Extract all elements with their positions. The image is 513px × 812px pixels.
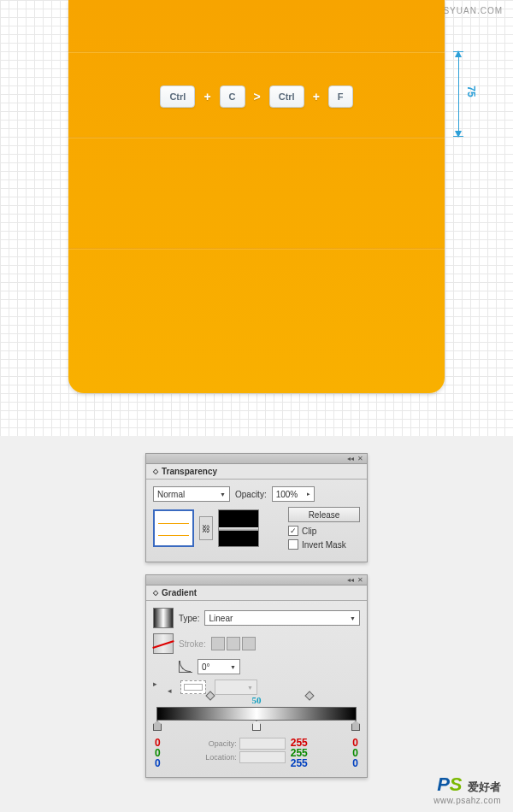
key-ctrl: Ctrl bbox=[160, 85, 195, 108]
reverse-gradient-icon[interactable] bbox=[153, 681, 172, 693]
blend-mode-select[interactable]: Normal▼ bbox=[153, 486, 230, 502]
panel-title: Transparency bbox=[162, 467, 217, 476]
color-stop-mid[interactable] bbox=[252, 721, 261, 731]
clip-label: Clip bbox=[302, 527, 316, 536]
gradient-panel: ◂◂ ✕ ◇ Gradient Type: Linear▼ Stroke: bbox=[145, 574, 368, 778]
panel-titlebar: ◂◂ ✕ bbox=[146, 575, 367, 585]
stroke-btn-1[interactable] bbox=[211, 637, 225, 650]
shortcut-row: Ctrl + C > Ctrl + F bbox=[68, 85, 445, 108]
key-ctrl: Ctrl bbox=[269, 85, 304, 108]
stop-opacity-input[interactable] bbox=[239, 738, 286, 750]
divider-line bbox=[68, 51, 445, 53]
key-c: C bbox=[220, 85, 245, 108]
gradient-ramp[interactable] bbox=[156, 707, 357, 721]
aspect-ratio-icon bbox=[180, 680, 206, 694]
opacity-label: Opacity: bbox=[235, 490, 267, 499]
stroke-btn-2[interactable] bbox=[227, 637, 240, 650]
artwork-thumb[interactable] bbox=[153, 509, 194, 547]
opacity-input[interactable]: 100%▸ bbox=[272, 486, 315, 502]
stroke-btn-3[interactable] bbox=[242, 637, 256, 650]
type-label: Type: bbox=[179, 614, 199, 623]
stop-location-label: Location: bbox=[205, 753, 237, 762]
stop-location-input[interactable] bbox=[239, 751, 286, 763]
rgb-left: 0 0 0 bbox=[155, 738, 161, 768]
panel-tab[interactable]: ◇ Gradient bbox=[146, 585, 367, 601]
panel-titlebar: ◂◂ ✕ bbox=[146, 454, 367, 464]
dimension-annotation: 75 bbox=[450, 51, 481, 137]
dimension-value: 75 bbox=[465, 85, 477, 97]
panel-tab[interactable]: ◇ Transparency bbox=[146, 464, 367, 480]
gradient-stroke-swatch[interactable] bbox=[153, 633, 174, 654]
collapse-icon[interactable]: ◂◂ bbox=[347, 576, 354, 584]
diamond-icon: ◇ bbox=[153, 468, 158, 475]
ps-watermark: PS 爱好者 www.psahz.com bbox=[433, 774, 501, 805]
color-stop-right[interactable] bbox=[351, 721, 360, 731]
plus-icon: + bbox=[203, 90, 210, 103]
rgb-annotations: 0 0 0 Opacity: Location: 255 255 255 bbox=[155, 738, 358, 768]
angle-icon bbox=[179, 661, 192, 673]
invert-label: Invert Mask bbox=[302, 540, 346, 550]
transparency-panel: ◂◂ ✕ ◇ Transparency Normal▼ Opacity: 100… bbox=[145, 453, 368, 562]
gradient-type-select[interactable]: Linear▼ bbox=[204, 610, 360, 626]
clip-checkbox[interactable]: ✓ bbox=[288, 526, 298, 536]
rgb-right: 0 0 0 bbox=[352, 738, 358, 768]
chevron-right-icon: > bbox=[254, 90, 261, 103]
diamond-icon: ◇ bbox=[153, 589, 158, 597]
stroke-label: Stroke: bbox=[179, 639, 206, 649]
divider-line bbox=[68, 248, 445, 250]
aspect-input[interactable]: ▼ bbox=[215, 680, 257, 695]
color-stop-left[interactable] bbox=[153, 721, 162, 731]
close-icon[interactable]: ✕ bbox=[357, 455, 363, 462]
gradient-stops bbox=[156, 721, 357, 736]
plus-icon: + bbox=[313, 90, 320, 103]
close-icon[interactable]: ✕ bbox=[357, 576, 363, 584]
gradient-fill-swatch[interactable] bbox=[153, 608, 174, 628]
collapse-icon[interactable]: ◂◂ bbox=[347, 455, 354, 462]
rgb-mid: 255 255 255 bbox=[291, 738, 308, 768]
divider-line bbox=[68, 137, 445, 138]
panel-title: Gradient bbox=[162, 588, 197, 597]
orange-card: Ctrl + C > Ctrl + F 75 bbox=[68, 0, 445, 393]
canvas-area: 思缘设计论坛 WWW.MISSYUAN.COM Ctrl + C > Ctrl … bbox=[0, 0, 513, 436]
panels-area: ◂◂ ✕ ◇ Transparency Normal▼ Opacity: 100… bbox=[0, 436, 513, 812]
mask-thumbnails: ⛓ bbox=[153, 509, 259, 547]
link-icon[interactable]: ⛓ bbox=[199, 516, 213, 540]
midpoint-label: 50 bbox=[252, 695, 262, 705]
key-f: F bbox=[328, 85, 353, 108]
angle-input[interactable]: 0°▼ bbox=[198, 659, 240, 674]
stop-opacity-label: Opacity: bbox=[209, 739, 237, 748]
release-button[interactable]: Release bbox=[288, 507, 360, 522]
stroke-align-buttons bbox=[211, 637, 256, 650]
invert-checkbox[interactable] bbox=[288, 539, 298, 550]
mask-thumb[interactable] bbox=[218, 509, 259, 547]
